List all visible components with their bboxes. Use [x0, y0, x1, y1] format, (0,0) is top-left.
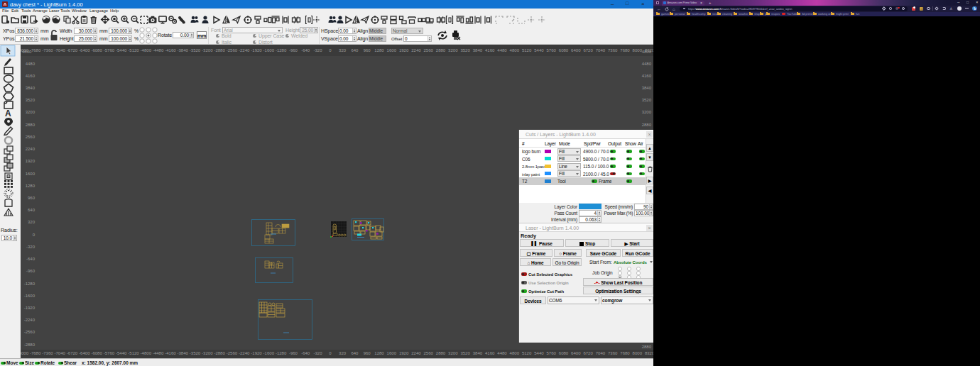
svg-text:A: A [5, 109, 11, 118]
